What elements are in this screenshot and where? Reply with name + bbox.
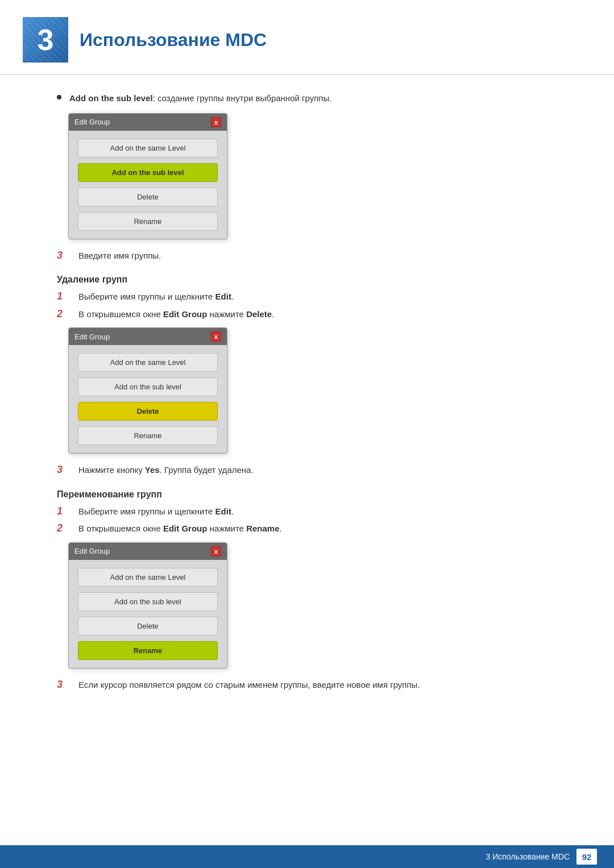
rename-step-num-3: 3 xyxy=(57,679,69,691)
edit-group-dialog-3: Edit Group x Add on the same Level Add o… xyxy=(68,542,227,668)
delete-step-num-2: 2 xyxy=(57,308,69,320)
rename-step2-text: В открывшемся окне Edit Group нажмите Re… xyxy=(78,522,282,535)
btn-sub-level-3[interactable]: Add on the sub level xyxy=(78,592,218,611)
step3-text: Введите имя группы. xyxy=(78,250,161,263)
btn-rename-3[interactable]: Rename xyxy=(78,641,218,660)
delete-step-num-1: 1 xyxy=(57,290,69,302)
btn-delete-3[interactable]: Delete xyxy=(78,617,218,636)
main-content: Add on the sub level: создание группы вн… xyxy=(0,81,614,730)
rename-step1-text: Выберите имя группы и щелкните Edit. xyxy=(78,505,234,518)
chapter-title: Использование MDC xyxy=(80,30,267,51)
delete-step3: 3 Нажмите кнопку Yes. Группа будет удале… xyxy=(45,464,580,477)
delete-step1: 1 Выберите имя группы и щелкните Edit. xyxy=(45,290,580,304)
step3-enter-name: 3 Введите имя группы. xyxy=(45,250,580,263)
dialog-close-btn-2[interactable]: x xyxy=(211,331,221,342)
delete-step-num-3: 3 xyxy=(57,464,69,476)
edit-group-dialog-1: Edit Group x Add on the same Level Add o… xyxy=(68,113,227,239)
delete-step1-text: Выберите имя группы и щелкните Edit. xyxy=(78,290,234,304)
dialog-body-2: Add on the same Level Add on the sub lev… xyxy=(69,345,227,453)
edit-group-dialog-2: Edit Group x Add on the same Level Add o… xyxy=(68,327,227,454)
bullet-dot xyxy=(57,95,61,99)
chapter-header: 3 Использование MDC xyxy=(0,0,614,75)
btn-delete-2[interactable]: Delete xyxy=(78,402,218,421)
rename-step-num-1: 1 xyxy=(57,505,69,517)
rename-step3-text: Если курсор появляется рядом со старым и… xyxy=(78,679,420,692)
rename-step2: 2 В открывшемся окне Edit Group нажмите … xyxy=(45,522,580,535)
page-footer: 3 Использование MDC 92 xyxy=(0,845,614,868)
dialog-title-2: Edit Group xyxy=(74,333,110,341)
btn-same-level-3[interactable]: Add on the same Level xyxy=(78,568,218,587)
dialog-close-btn-3[interactable]: x xyxy=(211,546,221,556)
btn-same-level-2[interactable]: Add on the same Level xyxy=(78,353,218,372)
btn-delete-1[interactable]: Delete xyxy=(78,188,218,206)
dialog-close-btn-1[interactable]: x xyxy=(211,117,221,127)
dialog-wrapper-2: Edit Group x Add on the same Level Add o… xyxy=(68,327,580,454)
delete-step2: 2 В открывшемся окне Edit Group нажмите … xyxy=(45,308,580,321)
dialog-wrapper-3: Edit Group x Add on the same Level Add o… xyxy=(68,542,580,668)
chapter-number-box: 3 xyxy=(23,17,68,63)
btn-same-level-1[interactable]: Add on the same Level xyxy=(78,139,218,157)
rename-step1: 1 Выберите имя группы и щелкните Edit. xyxy=(45,505,580,518)
btn-rename-1[interactable]: Rename xyxy=(78,212,218,231)
sub-level-description: создание группы внутри выбранной группы. xyxy=(155,93,332,103)
sub-level-bullet-text: Add on the sub level: создание группы вн… xyxy=(69,92,331,105)
footer-text: 3 Использование MDC xyxy=(486,852,570,861)
dialog-titlebar-3: Edit Group x xyxy=(69,543,227,560)
btn-sub-level-2[interactable]: Add on the sub level xyxy=(78,377,218,396)
rename-step-num-2: 2 xyxy=(57,522,69,534)
section-rename-heading: Переименование групп xyxy=(57,489,580,500)
dialog-body-1: Add on the same Level Add on the sub lev… xyxy=(69,131,227,239)
section-delete-heading: Удаление групп xyxy=(57,275,580,285)
sub-level-label: Add on the sub level xyxy=(69,93,153,103)
rename-step3: 3 Если курсор появляется рядом со старым… xyxy=(45,679,580,692)
btn-sub-level-1[interactable]: Add on the sub level xyxy=(78,163,218,182)
dialog-titlebar-1: Edit Group x xyxy=(69,114,227,131)
delete-step3-text: Нажмите кнопку Yes. Группа будет удалена… xyxy=(78,464,254,477)
sub-level-bullet-para: Add on the sub level: создание группы вн… xyxy=(45,92,580,105)
dialog-wrapper-1: Edit Group x Add on the same Level Add o… xyxy=(68,113,580,239)
dialog-title-1: Edit Group xyxy=(74,118,110,126)
footer-page-number: 92 xyxy=(576,849,597,865)
dialog-body-3: Add on the same Level Add on the sub lev… xyxy=(69,560,227,668)
chapter-number: 3 xyxy=(38,23,54,57)
delete-step2-text: В открывшемся окне Edit Group нажмите De… xyxy=(78,308,274,321)
step-num-3a: 3 xyxy=(57,250,69,261)
btn-rename-2[interactable]: Rename xyxy=(78,426,218,445)
dialog-titlebar-2: Edit Group x xyxy=(69,328,227,345)
dialog-title-3: Edit Group xyxy=(74,547,110,555)
